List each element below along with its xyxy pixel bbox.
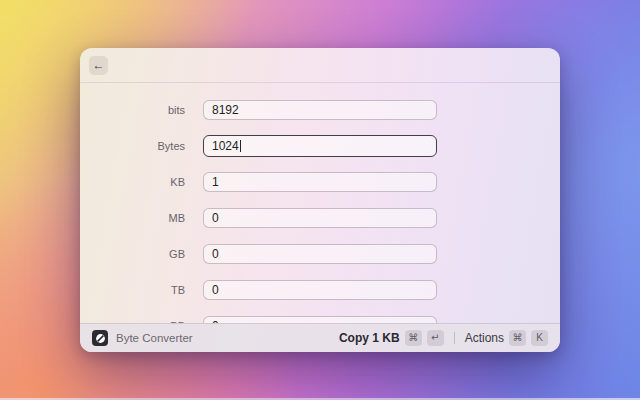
cmd-key-icon[interactable]: ⌘ (509, 330, 526, 346)
field-value: 0 (212, 211, 219, 225)
field-value: 1024 (212, 139, 239, 153)
field-label: bits (80, 104, 185, 116)
field-input[interactable]: 0 (203, 316, 437, 323)
field-input[interactable]: 0 (203, 208, 437, 228)
slashed-circle-glyph (95, 333, 106, 344)
return-key-icon[interactable]: ↵ (427, 330, 444, 346)
field-row: PB 0 (80, 316, 560, 323)
back-arrow-icon: ← (93, 56, 105, 75)
field-row: TB 0 (80, 280, 560, 300)
actions-menu-button[interactable]: Actions (465, 331, 504, 345)
field-input[interactable]: 1024 (203, 135, 437, 157)
footer-divider (454, 332, 455, 344)
field-label: TB (80, 284, 185, 296)
footer-actions: Copy 1 KB ⌘ ↵ Actions ⌘ K (339, 330, 548, 346)
cmd-key-icon[interactable]: ⌘ (405, 330, 422, 346)
converter-form: bits 8192 Bytes 1024 KB 1 MB 0 G (80, 83, 560, 323)
byte-converter-icon (92, 330, 108, 346)
k-key-icon[interactable]: K (531, 330, 548, 346)
footer-app-name: Byte Converter (116, 332, 193, 344)
primary-action-button[interactable]: Copy 1 KB (339, 331, 400, 345)
field-row: bits 8192 (80, 100, 560, 120)
field-label: KB (80, 176, 185, 188)
field-label: Bytes (80, 140, 185, 152)
footer-app: Byte Converter (92, 330, 193, 346)
field-row: MB 0 (80, 208, 560, 228)
field-value: 0 (212, 247, 219, 261)
window-header: ← (80, 48, 560, 83)
back-button[interactable]: ← (89, 56, 108, 75)
field-input[interactable]: 0 (203, 280, 437, 300)
field-row: GB 0 (80, 244, 560, 264)
text-caret (240, 140, 241, 152)
field-row: Bytes 1024 (80, 136, 560, 156)
action-bar: Byte Converter Copy 1 KB ⌘ ↵ Actions ⌘ K (80, 323, 560, 352)
field-value: 1 (212, 175, 219, 189)
field-input[interactable]: 1 (203, 172, 437, 192)
field-row: KB 1 (80, 172, 560, 192)
field-value: 8192 (212, 103, 239, 117)
field-input[interactable]: 0 (203, 244, 437, 264)
field-input[interactable]: 8192 (203, 100, 437, 120)
field-label: GB (80, 248, 185, 260)
field-label: MB (80, 212, 185, 224)
field-value: 0 (212, 283, 219, 297)
byte-converter-window: ← bits 8192 Bytes 1024 KB 1 MB 0 (80, 48, 560, 352)
